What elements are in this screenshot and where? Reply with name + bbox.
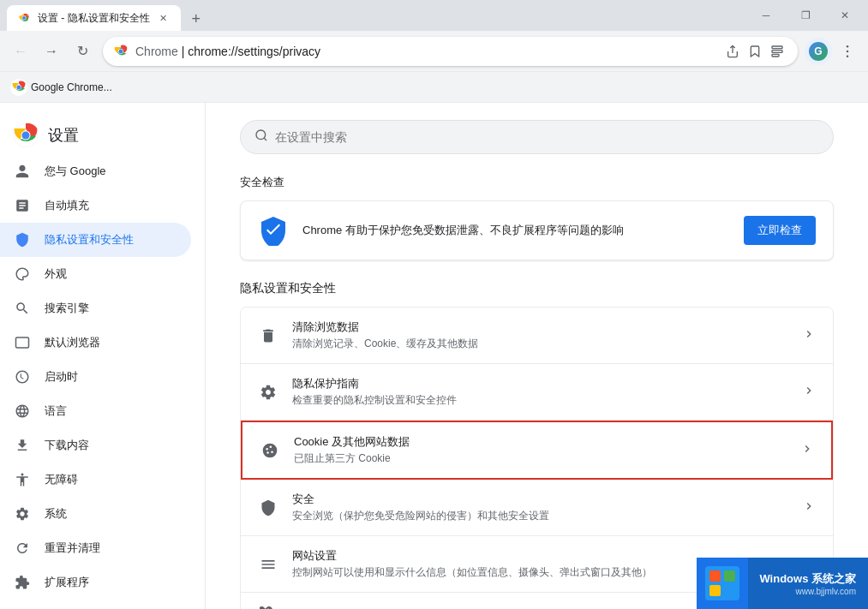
sidebar-accessibility-label: 无障碍: [45, 472, 78, 487]
sidebar-startup-label: 启动时: [45, 369, 78, 385]
window-controls: ─ ❐ ✕: [746, 5, 868, 31]
privacy-privacy-sandbox-icon: [258, 605, 278, 609]
privacy-clear-browsing-content: 清除浏览数据 清除浏览记录、Cookie、缓存及其他数据: [292, 319, 788, 351]
svg-rect-29: [709, 585, 721, 596]
sidebar-default-browser-icon: [14, 334, 31, 351]
sidebar-language-label: 语言: [45, 403, 67, 419]
svg-rect-27: [709, 570, 721, 582]
browser-window: 设置 - 隐私设置和安全性 ✕ + ─ ❐ ✕ ← → ↻: [0, 0, 868, 609]
close-button[interactable]: ✕: [825, 3, 865, 28]
forward-button[interactable]: →: [38, 38, 65, 65]
search-icon: [254, 128, 268, 146]
profile-button[interactable]: G: [805, 38, 832, 65]
sidebar-reset-label: 重置并清理: [45, 540, 100, 556]
privacy-cookies-title: Cookie 及其他网站数据: [294, 434, 787, 450]
sidebar-item-accessibility[interactable]: 无障碍: [0, 463, 191, 497]
new-tab-button[interactable]: +: [184, 7, 208, 31]
app-bar: Google Chrome...: [0, 72, 868, 103]
search-box[interactable]: [240, 120, 834, 154]
svg-rect-19: [16, 337, 29, 348]
menu-button[interactable]: [834, 38, 861, 65]
tab-close-button[interactable]: ✕: [157, 11, 171, 25]
active-tab[interactable]: 设置 - 隐私设置和安全性 ✕: [7, 5, 181, 31]
sidebar-item-downloads[interactable]: 下载内容: [0, 428, 191, 463]
sidebar-privacy-icon: [14, 231, 31, 248]
privacy-item-privacy-guide[interactable]: 隐私保护指南 检查重要的隐私控制设置和安全控件: [241, 364, 833, 421]
privacy-item-clear-browsing[interactable]: 清除浏览数据 清除浏览记录、Cookie、缓存及其他数据: [241, 307, 833, 364]
omnibox[interactable]: Chrome | chrome://settings/privacy: [103, 37, 798, 66]
privacy-security-arrow: [802, 499, 816, 516]
sidebar-google-account-label: 您与 Google: [45, 164, 106, 179]
privacy-clear-browsing-arrow: [802, 327, 816, 344]
sidebar-system-label: 系统: [45, 506, 67, 522]
privacy-privacy-guide-title: 隐私保护指南: [292, 376, 788, 391]
svg-point-23: [270, 445, 272, 448]
watermark-site: Windows 系统之家: [759, 571, 856, 587]
sidebar-downloads-label: 下载内容: [45, 438, 89, 453]
minimize-button[interactable]: ─: [746, 3, 786, 28]
sidebar-autofill-icon: [14, 197, 31, 214]
privacy-cookies-desc: 已阻止第三方 Cookie: [294, 451, 787, 466]
app-label[interactable]: Google Chrome...: [31, 81, 112, 93]
search-input[interactable]: [275, 130, 819, 144]
sidebar-system-icon: [14, 505, 31, 522]
svg-point-24: [271, 451, 273, 453]
tab-search-icon[interactable]: [767, 41, 787, 62]
navigation-bar: ← → ↻ Chrome: [0, 31, 868, 72]
sidebar-item-extensions[interactable]: 扩展程序: [0, 565, 191, 600]
omnibox-url-chrome: Chrome: [135, 45, 178, 58]
sidebar-item-reset[interactable]: 重置并清理: [0, 531, 191, 565]
sidebar-privacy-label: 隐私设置和安全性: [45, 232, 134, 248]
sidebar-item-appearance[interactable]: 外观: [0, 257, 191, 291]
sidebar-item-search-engine[interactable]: 搜索引擎: [0, 291, 191, 325]
sidebar-appearance-icon: [14, 266, 31, 283]
svg-point-22: [266, 448, 268, 451]
sidebar-item-startup[interactable]: 启动时: [0, 360, 191, 394]
security-check-description: Chrome 有助于保护您免受数据泄露、不良扩展程序等问题的影响: [302, 223, 730, 238]
privacy-clear-browsing-desc: 清除浏览记录、Cookie、缓存及其他数据: [292, 337, 788, 351]
profile-avatar: G: [809, 42, 828, 61]
restore-button[interactable]: ❐: [786, 3, 825, 28]
sidebar-google-account-icon: [14, 163, 31, 180]
sidebar-item-google-account[interactable]: 您与 Google: [0, 154, 191, 188]
bookmark-icon[interactable]: [745, 41, 765, 62]
main-content: 安全检查 Chrome 有助于保护您免受数据泄露、不良扩展程序等问题的影响 立即…: [206, 103, 868, 609]
tab-area: 设置 - 隐私设置和安全性 ✕ +: [0, 5, 746, 31]
app-favicon: [10, 79, 27, 96]
sidebar: 设置 您与 Google 自动填充 隐私设置和安全性 外观 搜索引擎 默认浏览器…: [0, 103, 206, 609]
svg-point-5: [119, 49, 123, 53]
svg-rect-6: [772, 46, 782, 49]
title-bar: 设置 - 隐私设置和安全性 ✕ + ─ ❐ ✕: [0, 0, 868, 31]
settings-page: 设置 您与 Google 自动填充 隐私设置和安全性 外观 搜索引擎 默认浏览器…: [0, 103, 868, 609]
privacy-site-settings-icon: [258, 554, 278, 575]
svg-point-2: [22, 16, 26, 20]
privacy-item-cookies[interactable]: Cookie 及其他网站数据 已阻止第三方 Cookie: [241, 421, 833, 480]
svg-point-18: [22, 132, 30, 140]
privacy-cookies-icon: [260, 440, 280, 461]
sidebar-title: 设置: [48, 125, 79, 146]
sidebar-reset-icon: [14, 540, 31, 557]
refresh-button[interactable]: ↻: [69, 38, 96, 65]
share-icon[interactable]: [722, 41, 743, 62]
sidebar-startup-icon: [14, 368, 31, 385]
sidebar-item-language[interactable]: 语言: [0, 394, 191, 428]
sidebar-item-autofill[interactable]: 自动填充: [0, 188, 191, 223]
omnibox-url-path: chrome://settings/privacy: [188, 45, 320, 58]
sidebar-header: 设置: [0, 110, 205, 154]
omnibox-url[interactable]: Chrome | chrome://settings/privacy: [135, 45, 715, 58]
check-now-button[interactable]: 立即检查: [744, 216, 816, 245]
privacy-item-security[interactable]: 安全 安全浏览（保护您免受危险网站的侵害）和其他安全设置: [241, 480, 833, 536]
security-shield-icon: [258, 215, 289, 246]
security-check-card: Chrome 有助于保护您免受数据泄露、不良扩展程序等问题的影响 立即检查: [240, 200, 834, 260]
sidebar-items: 您与 Google 自动填充 隐私设置和安全性 外观 搜索引擎 默认浏览器 启动…: [0, 154, 205, 600]
sidebar-search-engine-icon: [14, 300, 31, 317]
privacy-section-title: 隐私设置和安全性: [240, 281, 834, 296]
sidebar-item-default-browser[interactable]: 默认浏览器: [0, 325, 191, 360]
svg-point-14: [17, 85, 21, 89]
watermark: Windows 系统之家 www.bjjmlv.com: [697, 558, 868, 609]
back-button[interactable]: ←: [7, 38, 34, 65]
sidebar-item-privacy[interactable]: 隐私设置和安全性: [0, 223, 191, 257]
sidebar-appearance-label: 外观: [45, 266, 67, 282]
sidebar-item-system[interactable]: 系统: [0, 497, 191, 531]
privacy-security-content: 安全 安全浏览（保护您免受危险网站的侵害）和其他安全设置: [292, 492, 788, 523]
